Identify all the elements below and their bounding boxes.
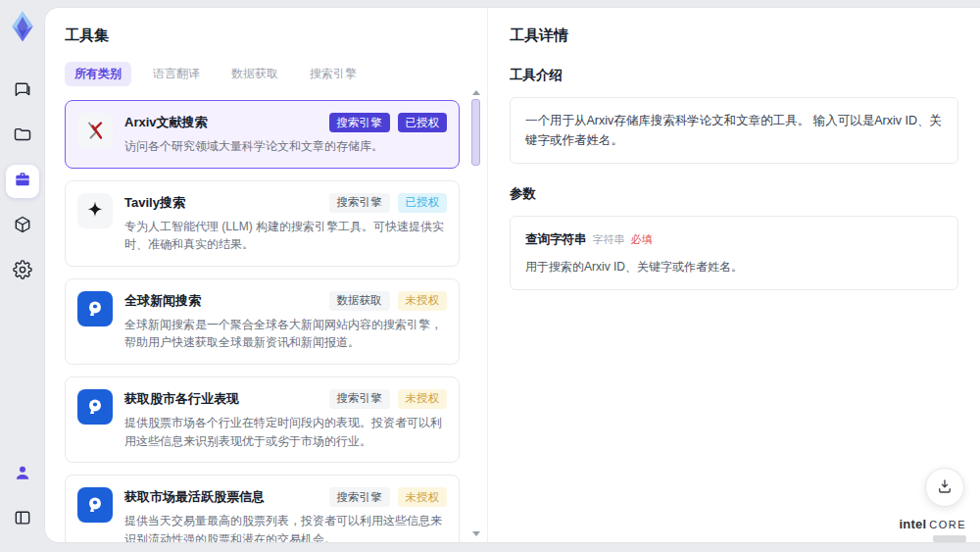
tool-description: 提供当天交易量最高的股票列表，投资者可以利用这些信息来识别流动性强的股票和潜在的… (124, 512, 447, 542)
tool-description: 全球新闻搜索是一个聚合全球各大新闻网站内容的搜索引擎，帮助用户快速获取全球最新资… (124, 316, 447, 352)
app-window: 工具集 所有类别语言翻译数据获取搜索引擎 Arxiv文献搜索 搜索引擎 已授权 … (0, 0, 980, 552)
intro-heading: 工具介绍 (510, 67, 958, 84)
sparkle-icon (77, 193, 113, 228)
intel-core-logo: intelCORE (899, 515, 966, 542)
tool-description: 访问各个研究领域大量科学论文和文章的存储库。 (124, 137, 447, 156)
param-type: 字符串 (593, 231, 625, 249)
search-blue-icon (77, 487, 113, 523)
param-description: 用于搜索的Arxiv ID、关键字或作者姓名。 (525, 258, 943, 276)
cube-icon (13, 215, 32, 238)
user-icon (13, 463, 32, 486)
sidebar-item-files[interactable] (6, 120, 39, 153)
tool-description: 提供股票市场各个行业在特定时间段内的表现。投资者可以利用这些信息来识别表现优于或… (124, 414, 447, 450)
sidebar (0, 0, 45, 552)
tool-description: 专为人工智能代理 (LLM) 构建的搜索引擎工具。可快速提供实时、准确和真实的结… (124, 218, 447, 254)
sidebar-item-packages[interactable] (6, 210, 39, 243)
category-tabs: 所有类别语言翻译数据获取搜索引擎 (65, 62, 487, 86)
user-avatar[interactable] (6, 458, 39, 491)
scroll-down-arrow-icon[interactable] (472, 531, 480, 536)
gear-icon (13, 260, 32, 283)
sidebar-collapse[interactable] (6, 503, 39, 536)
tool-card-1[interactable]: Tavily搜索 搜索引擎 已授权 专为人工智能代理 (LLM) 构建的搜索引擎… (65, 180, 460, 267)
app-logo (6, 10, 39, 43)
details-title: 工具详情 (510, 26, 958, 45)
chat-icon (13, 79, 32, 103)
auth-status-badge: 已授权 (398, 113, 448, 132)
sidebar-item-chat[interactable] (6, 75, 39, 108)
tool-card-0[interactable]: Arxiv文献搜索 搜索引擎 已授权 访问各个研究领域大量科学论文和文章的存储库… (65, 100, 460, 169)
auth-status-badge: 未授权 (398, 389, 448, 409)
briefcase-icon (13, 170, 32, 193)
search-blue-icon (77, 291, 113, 326)
tool-card-2[interactable]: 全球新闻搜索 数据获取 未授权 全球新闻搜索是一个聚合全球各大新闻网站内容的搜索… (65, 278, 460, 365)
tab-0[interactable]: 所有类别 (65, 62, 131, 86)
brand-secondary: CORE (929, 519, 966, 530)
search-blue-icon (77, 389, 113, 425)
tab-1[interactable]: 语言翻译 (143, 62, 210, 86)
tool-name: Tavily搜索 (124, 193, 185, 212)
panel-icon (13, 508, 32, 531)
category-badge: 数据获取 (329, 291, 390, 311)
download-button[interactable] (925, 468, 964, 507)
scroll-up-arrow-icon[interactable] (472, 90, 480, 95)
tool-details-pane: 工具详情 工具介绍 一个用于从Arxiv存储库搜索科学论文和文章的工具。 输入可… (488, 8, 980, 542)
download-icon (936, 477, 954, 498)
category-badge: 搜索引擎 (329, 193, 390, 213)
tool-list: Arxiv文献搜索 搜索引擎 已授权 访问各个研究领域大量科学论文和文章的存储库… (65, 100, 487, 542)
auth-status-badge: 未授权 (398, 487, 448, 507)
category-badge: 搜索引擎 (329, 389, 390, 409)
tool-card-3[interactable]: 获取股市各行业表现 搜索引擎 未授权 提供股票市场各个行业在特定时间段内的表现。… (65, 376, 460, 463)
tool-name: 获取市场最活跃股票信息 (124, 487, 265, 506)
tab-2[interactable]: 数据获取 (221, 62, 288, 86)
sidebar-item-tools[interactable] (6, 165, 39, 198)
param-box: 查询字符串 字符串 必填 用于搜索的Arxiv ID、关键字或作者姓名。 (510, 216, 958, 290)
scrollbar-thumb[interactable] (471, 99, 480, 166)
brand-sub-bar (933, 535, 966, 542)
page-title: 工具集 (65, 26, 487, 45)
auth-status-badge: 未授权 (398, 291, 448, 311)
auth-status-badge: 已授权 (398, 193, 448, 213)
tool-card-4[interactable]: 获取市场最活跃股票信息 搜索引擎 未授权 提供当天交易量最高的股票列表，投资者可… (65, 475, 460, 542)
sidebar-item-settings[interactable] (6, 255, 39, 288)
tool-name: Arxiv文献搜索 (124, 113, 208, 131)
category-badge: 搜索引擎 (329, 487, 390, 507)
params-heading: 参数 (510, 185, 958, 203)
intro-text: 一个用于从Arxiv存储库搜索科学论文和文章的工具。 输入可以是Arxiv ID… (525, 114, 942, 147)
intro-box: 一个用于从Arxiv存储库搜索科学论文和文章的工具。 输入可以是Arxiv ID… (510, 97, 958, 164)
param-name: 查询字符串 (525, 229, 587, 249)
folder-icon (13, 125, 32, 148)
brand-primary: intel (899, 517, 926, 531)
scrollbar[interactable] (471, 90, 481, 536)
tool-list-pane: 工具集 所有类别语言翻译数据获取搜索引擎 Arxiv文献搜索 搜索引擎 已授权 … (45, 8, 488, 542)
param-required-badge: 必填 (631, 231, 653, 249)
main-panel: 工具集 所有类别语言翻译数据获取搜索引擎 Arxiv文献搜索 搜索引擎 已授权 … (45, 8, 980, 542)
tool-name: 全球新闻搜索 (124, 291, 201, 310)
arxiv-icon (77, 113, 113, 148)
tool-name: 获取股市各行业表现 (124, 389, 239, 408)
tab-3[interactable]: 搜索引擎 (300, 62, 367, 86)
category-badge: 搜索引擎 (329, 113, 390, 132)
